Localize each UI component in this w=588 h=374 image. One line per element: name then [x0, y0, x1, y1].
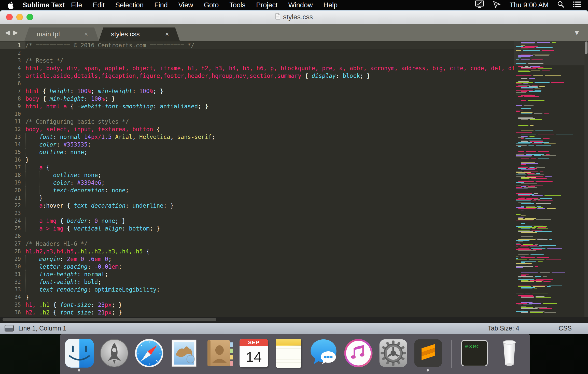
code-line[interactable]: 22 a:hover { text-decoration: underline;… [0, 202, 514, 209]
code-text[interactable]: font: normal 14px/1.5 Arial, Helvetica, … [25, 133, 514, 141]
dock-exec-icon[interactable]: exec [459, 338, 489, 368]
code-text[interactable]: /* ========== © 2016 Centroarts.com ====… [25, 41, 514, 49]
code-lines[interactable]: 1/* ========== © 2016 Centroarts.com ===… [0, 41, 514, 316]
spotlight-icon[interactable] [557, 1, 564, 10]
dock-calendar-icon[interactable]: SEP14 [239, 338, 269, 368]
code-text[interactable]: html { height: 100%; min-height: 100%; } [25, 87, 514, 95]
code-line[interactable]: 21 } [0, 194, 514, 202]
code-line[interactable]: 6 [0, 80, 514, 87]
minimize-button[interactable] [16, 14, 23, 20]
dock-sublime-text-icon[interactable] [413, 338, 443, 368]
code-line[interactable]: 12body, select, input, textarea, button … [0, 125, 514, 133]
code-text[interactable]: a:hover { text-decoration: underline; } [25, 202, 514, 209]
menu-clock[interactable]: Thu 9:00 AM [510, 1, 549, 9]
zoom-button[interactable] [26, 14, 33, 20]
notification-center-icon[interactable] [573, 1, 581, 9]
code-line[interactable]: 19 color: #3394e6; [0, 179, 514, 186]
code-text[interactable]: /* Headers H1-6 */ [25, 240, 514, 248]
code-line[interactable]: 2 [0, 49, 514, 57]
display-icon[interactable] [475, 0, 484, 10]
code-text[interactable]: outline: none; [25, 148, 514, 156]
window-title-bar[interactable]: styles.css [0, 10, 588, 24]
code-text[interactable]: a > img { vertical-align: bottom; } [25, 225, 514, 232]
menu-item-edit[interactable]: Edit [93, 1, 105, 9]
tab-close-icon[interactable]: × [84, 30, 88, 38]
code-text[interactable]: a { [25, 164, 514, 171]
code-text[interactable]: /* Configuring basic styles */ [25, 118, 514, 125]
menu-item-tools[interactable]: Tools [229, 1, 245, 9]
code-line[interactable]: 13 font: normal 14px/1.5 Arial, Helvetic… [0, 133, 514, 141]
code-line[interactable]: 35h1, .h1 { font-size: 23px; } [0, 301, 514, 309]
code-line[interactable]: 11/* Configuring basic styles */ [0, 118, 514, 125]
code-text[interactable]: color: #353535; [25, 141, 514, 148]
vertical-scrollbar[interactable] [584, 41, 588, 317]
code-line[interactable]: 23 [0, 209, 514, 217]
code-line[interactable]: 7html { height: 100%; min-height: 100%; … [0, 87, 514, 95]
code-text[interactable] [25, 232, 514, 240]
code-text[interactable]: outline: none; [25, 171, 514, 179]
code-text[interactable]: a img { border: 0 none; } [25, 217, 514, 225]
menu-item-view[interactable]: View [178, 1, 193, 9]
dock-contacts-icon[interactable] [204, 338, 234, 368]
dock-safari-icon[interactable] [134, 338, 164, 368]
code-text[interactable] [25, 80, 514, 87]
location-arrow-icon[interactable] [493, 0, 501, 10]
code-text[interactable] [25, 110, 514, 118]
horizontal-scrollbar-thumb[interactable] [3, 318, 216, 321]
code-line[interactable]: 17 a { [0, 164, 514, 171]
code-text[interactable]: } [25, 293, 514, 301]
code-text[interactable]: h1,h2,h3,h4,h5,.h1,.h2,.h3,.h4,.h5 { [25, 248, 514, 255]
code-text[interactable]: } [25, 194, 514, 202]
code-line[interactable]: 15 outline: none; [0, 148, 514, 156]
menu-item-goto[interactable]: Goto [204, 1, 219, 9]
code-text[interactable] [25, 209, 514, 217]
code-text[interactable] [25, 49, 514, 57]
menu-item-project[interactable]: Project [256, 1, 277, 9]
tab-styles-css[interactable]: styles.css× [99, 27, 180, 41]
code-line[interactable]: 18 outline: none; [0, 171, 514, 179]
code-editor[interactable]: 1/* ========== © 2016 Centroarts.com ===… [0, 41, 588, 317]
code-text[interactable]: body { min-height: 100%; } [25, 95, 514, 103]
code-text[interactable]: text-decoration: none; [25, 186, 514, 194]
code-line[interactable]: 27/* Headers H1-6 */ [0, 240, 514, 248]
code-line[interactable]: 9html, html a { -webkit-font-smoothing: … [0, 103, 514, 110]
code-line[interactable]: 16} [0, 156, 514, 164]
code-text[interactable]: /* Reset */ [25, 57, 514, 64]
menu-item-file[interactable]: File [71, 1, 82, 9]
dock-launchpad-icon[interactable] [99, 338, 129, 368]
horizontal-scrollbar[interactable] [0, 317, 588, 323]
code-text[interactable]: h2, .h2 { font-size: 21px; } [25, 309, 514, 316]
tab-back-icon[interactable]: ◀ [5, 29, 10, 36]
code-line[interactable]: 24 a img { border: 0 none; } [0, 217, 514, 225]
tab-size-indicator[interactable]: Tab Size: 4 [488, 325, 519, 332]
dock-finder-icon[interactable] [64, 338, 94, 368]
code-line[interactable]: 1/* ========== © 2016 Centroarts.com ===… [0, 41, 514, 49]
code-line[interactable]: 30 letter-spacing: -0.01em; [0, 263, 514, 270]
dock-trash-icon[interactable] [494, 338, 524, 368]
menu-item-find[interactable]: Find [154, 1, 168, 9]
menu-item-help[interactable]: Help [323, 1, 338, 9]
tab-overflow-icon[interactable]: ▼ [573, 29, 580, 37]
menu-item-selection[interactable]: Selection [115, 1, 144, 9]
panel-toggle-icon[interactable] [5, 325, 14, 332]
code-line[interactable]: 26 [0, 232, 514, 240]
tab-forward-icon[interactable]: ▶ [13, 29, 18, 36]
syntax-indicator[interactable]: CSS [559, 325, 572, 332]
menu-item-window[interactable]: Window [288, 1, 313, 9]
code-line[interactable]: 10 [0, 110, 514, 118]
code-line[interactable]: 29 margin: 2em 0 .6em 0; [0, 255, 514, 263]
code-line[interactable]: 32 font-weight: bold; [0, 278, 514, 286]
code-line[interactable]: 20 text-decoration: none; [0, 186, 514, 194]
vertical-scrollbar-thumb[interactable] [585, 41, 587, 54]
code-line[interactable]: 36h2, .h2 { font-size: 21px; } [0, 309, 514, 316]
code-line[interactable]: 25 a > img { vertical-align: bottom; } [0, 225, 514, 232]
code-text[interactable]: html, body, div, span, applet, object, i… [25, 64, 514, 72]
code-text[interactable]: html, html a { -webkit-font-smoothing: a… [25, 103, 514, 110]
code-line[interactable]: 14 color: #353535; [0, 141, 514, 148]
code-text[interactable]: font-weight: bold; [25, 278, 514, 286]
tab-main-tpl[interactable]: main.tpl× [24, 27, 99, 41]
code-line[interactable]: 34} [0, 293, 514, 301]
code-text[interactable]: h1, .h1 { font-size: 23px; } [25, 301, 514, 309]
code-text[interactable]: text-rendering: optimizeLegibility; [25, 286, 514, 293]
apple-menu-icon[interactable] [8, 1, 14, 9]
